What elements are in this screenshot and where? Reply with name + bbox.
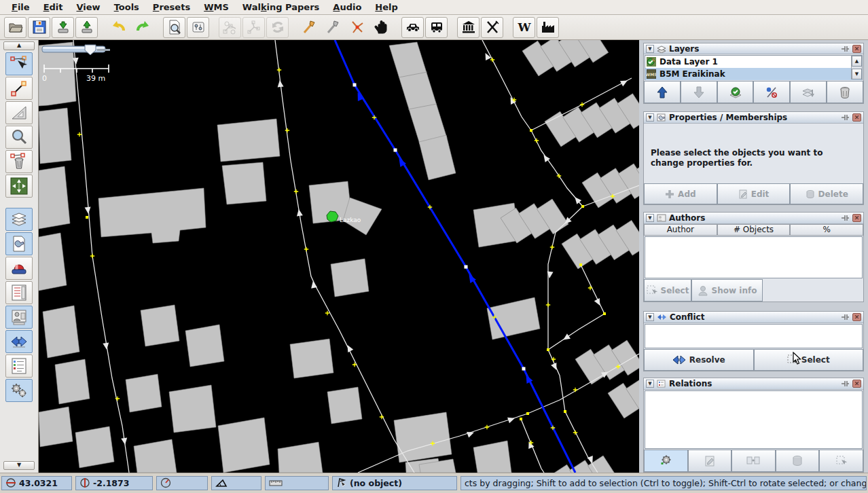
delete-relation-button[interactable] <box>776 450 820 472</box>
layer-row-data[interactable]: Data Layer 1 <box>645 56 862 68</box>
car-preset-button[interactable] <box>401 17 424 38</box>
sticky-pin-icon[interactable] <box>840 113 850 122</box>
conflict-panel: ▼ Conflict ✕ Resolve Select <box>643 311 864 371</box>
move-tool-button[interactable] <box>5 175 33 198</box>
bus-preset-button[interactable] <box>425 17 448 38</box>
conflict-toggle-button[interactable] <box>5 330 33 353</box>
save-button[interactable] <box>28 17 50 38</box>
delete-layer-button[interactable] <box>827 81 863 103</box>
properties-toggle-button[interactable] <box>5 232 33 255</box>
toolbar-scroll-down-button[interactable]: ▼ <box>3 461 35 470</box>
sticky-pin-icon[interactable] <box>840 214 850 222</box>
close-relations-button[interactable]: ✕ <box>852 380 861 388</box>
map-canvas[interactable]: Lazkao 0 39 m <box>39 40 639 473</box>
close-authors-button[interactable]: ✕ <box>852 214 861 222</box>
move-layer-up-button[interactable] <box>644 81 681 103</box>
layers-toggle-button[interactable] <box>5 208 33 231</box>
menu-audio[interactable]: Audio <box>327 1 367 14</box>
up-arrow-icon <box>655 86 669 99</box>
collapse-properties-button[interactable]: ▼ <box>646 113 654 122</box>
combine-tool-button[interactable] <box>298 17 321 38</box>
heading-icon <box>160 477 171 488</box>
scroll-down-arrow[interactable]: ▼ <box>852 69 862 79</box>
conflict-list[interactable] <box>645 324 863 348</box>
authors-table-body[interactable] <box>645 236 863 278</box>
undo-button[interactable] <box>107 17 130 38</box>
sticky-pin-icon[interactable] <box>840 45 850 53</box>
select-tool-button[interactable] <box>5 52 33 75</box>
draw-node-tool-button[interactable] <box>5 77 33 100</box>
gray-tool-icon <box>325 19 342 35</box>
undo-icon <box>111 19 127 35</box>
toolbar-scroll-up-button[interactable]: ▲ <box>3 41 35 50</box>
add-relation-button[interactable] <box>644 450 688 472</box>
measure-angle-tool-button[interactable] <box>5 101 33 124</box>
menu-presets[interactable]: Presets <box>147 1 196 14</box>
factory-preset-button[interactable] <box>537 17 559 38</box>
selection-list-toggle-button[interactable] <box>5 281 33 304</box>
hand-tool-button[interactable] <box>369 17 392 38</box>
authors-select-button[interactable]: Select <box>644 279 691 302</box>
update-data-button[interactable] <box>266 17 289 38</box>
search-objects-button[interactable] <box>163 17 185 38</box>
menu-view[interactable]: View <box>71 1 107 14</box>
menu-wms[interactable]: WMS <box>198 1 235 14</box>
duplicate-relation-button[interactable] <box>731 450 776 472</box>
toggle-visibility-button[interactable] <box>717 81 754 103</box>
layers-scrollbar[interactable]: ▲ ▼ <box>851 56 862 79</box>
menu-file[interactable]: File <box>5 1 36 14</box>
authors-show-info-button[interactable]: Show info <box>691 279 763 302</box>
menu-edit[interactable]: Edit <box>37 1 69 14</box>
orthogonalize-tool-button[interactable] <box>346 17 368 38</box>
merge-layer-button[interactable] <box>790 81 827 103</box>
edit-property-button[interactable]: Edit <box>717 183 791 204</box>
zoom-tool-button[interactable] <box>5 126 33 149</box>
visibility-check-icon <box>729 86 742 99</box>
align-tool-button[interactable] <box>322 17 344 38</box>
download-button[interactable] <box>52 17 74 38</box>
upload-button[interactable] <box>75 17 98 38</box>
relations-list[interactable] <box>645 390 863 449</box>
authors-col-objects[interactable]: # Objects <box>717 224 791 236</box>
edit-document-icon <box>738 189 748 199</box>
layer-opacity-button[interactable] <box>753 81 790 103</box>
add-property-button[interactable]: Add <box>644 183 717 204</box>
sticky-pin-icon[interactable] <box>840 380 850 388</box>
select-relation-members-button[interactable] <box>819 450 863 472</box>
sticky-pin-icon[interactable] <box>840 313 850 321</box>
edit-relation-button[interactable] <box>688 450 732 472</box>
settings-toggle-button[interactable] <box>5 379 33 402</box>
close-properties-button[interactable]: ✕ <box>852 113 861 122</box>
menu-help[interactable]: Help <box>369 1 403 14</box>
museum-preset-button[interactable] <box>457 17 480 38</box>
properties-actions: Add Edit Delete <box>644 183 863 204</box>
authors-col-author[interactable]: Author <box>644 224 717 236</box>
authors-toggle-button[interactable] <box>5 306 33 329</box>
preferences-button[interactable] <box>187 17 209 38</box>
relations-toggle-button[interactable] <box>5 354 33 378</box>
layer-row-wms[interactable]: WMS B5M Eraikinak <box>645 68 862 80</box>
audio-siren-toggle-button[interactable] <box>5 257 33 280</box>
move-layer-down-button[interactable] <box>681 81 717 103</box>
restaurant-preset-button[interactable] <box>481 17 503 38</box>
merge-nodes-button[interactable] <box>242 17 265 38</box>
collapse-layers-button[interactable]: ▼ <box>646 45 654 53</box>
open-file-button[interactable] <box>4 17 26 38</box>
status-help-text: cts by dragging; Shift to add to selecti… <box>460 476 867 490</box>
delete-property-button[interactable]: Delete <box>790 183 863 204</box>
collapse-authors-button[interactable]: ▼ <box>646 214 654 222</box>
close-conflict-button[interactable]: ✕ <box>852 313 861 321</box>
castle-preset-button[interactable]: W <box>513 17 535 38</box>
collapse-relations-button[interactable]: ▼ <box>646 380 654 388</box>
redo-button[interactable] <box>131 17 153 38</box>
scroll-up-arrow[interactable]: ▲ <box>852 56 862 67</box>
delete-tool-button[interactable] <box>5 150 33 173</box>
collapse-conflict-button[interactable]: ▼ <box>646 313 654 321</box>
close-layers-button[interactable]: ✕ <box>852 45 861 53</box>
authors-col-percent[interactable]: % <box>790 224 863 236</box>
conflict-resolve-button[interactable]: Resolve <box>644 349 754 371</box>
split-way-button[interactable] <box>219 17 241 38</box>
menu-tools[interactable]: Tools <box>108 1 145 14</box>
conflict-select-button[interactable]: Select <box>754 349 864 371</box>
menu-walking-papers[interactable]: Walking Papers <box>236 1 326 14</box>
